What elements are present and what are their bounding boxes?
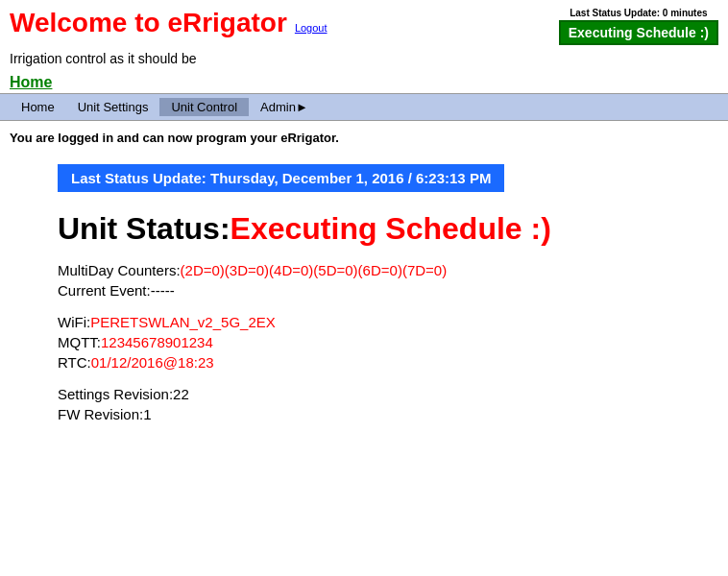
current-event-label: Current Event: [58,282,151,299]
multiday-line: MultiDay Counters:(2D=0)(3D=0)(4D=0)(5D=… [58,262,709,278]
header-left: Welcome to eRrigator Logout [10,8,328,38]
network-section: WiFi:PERETSWLAN_v2_5G_2EX MQTT:123456789… [58,314,709,371]
wifi-value: PERETSWLAN_v2_5G_2EX [90,314,276,330]
header-status-box: Last Status Update: 0 minutes Executing … [559,8,718,45]
nav-list: Home Unit Settings Unit Control Admin► [0,98,728,116]
current-event-line: Current Event:----- [58,282,709,299]
logout-link[interactable]: Logout [295,22,328,34]
mqtt-value: 12345678901234 [101,334,213,350]
counters-section: MultiDay Counters:(2D=0)(3D=0)(4D=0)(5D=… [58,262,709,299]
current-event-value: ----- [151,282,175,299]
tagline: Irrigation control as it should be [0,49,728,72]
unit-status-label: Unit Status: [58,211,231,246]
fw-revision-line: FW Revision:1 [58,406,709,422]
settings-section: Settings Revision:22 FW Revision:1 [58,386,709,422]
status-banner: Last Status Update: Thursday, December 1… [58,164,504,192]
settings-revision-value: 22 [173,386,189,402]
page-header: Welcome to eRrigator Logout Last Status … [0,0,728,49]
unit-status-value: Executing Schedule :) [231,211,551,246]
site-title: Welcome to eRrigator [10,8,287,38]
nav-item-unit-settings[interactable]: Unit Settings [66,98,160,116]
multiday-label: MultiDay Counters: [58,262,181,278]
rtc-value: 01/12/2016@18:23 [91,354,214,371]
logged-in-message: You are logged in and can now program yo… [0,121,728,155]
mqtt-label: MQTT: [58,334,101,350]
mqtt-line: MQTT:12345678901234 [58,334,709,350]
home-link[interactable]: Home [0,72,728,93]
rtc-line: RTC:01/12/2016@18:23 [58,354,709,371]
nav-item-admin[interactable]: Admin► [249,98,320,116]
nav-item-unit-control[interactable]: Unit Control [159,98,249,116]
main-content: Last Status Update: Thursday, December 1… [0,155,728,445]
navigation: Home Unit Settings Unit Control Admin► [0,93,728,121]
wifi-label: WiFi: [58,314,90,330]
unit-status-line: Unit Status:Executing Schedule :) [58,211,709,247]
fw-revision-label: FW Revision: [58,406,143,422]
rtc-label: RTC: [58,354,91,371]
multiday-value: (2D=0)(3D=0)(4D=0)(5D=0)(6D=0)(7D=0) [181,262,448,278]
wifi-line: WiFi:PERETSWLAN_v2_5G_2EX [58,314,709,330]
fw-revision-value: 1 [143,406,151,422]
header-executing-badge: Executing Schedule :) [559,20,718,45]
header-status-update: Last Status Update: 0 minutes [559,8,718,18]
nav-item-home[interactable]: Home [10,98,66,116]
settings-revision-label: Settings Revision: [58,386,173,402]
settings-revision-line: Settings Revision:22 [58,386,709,402]
